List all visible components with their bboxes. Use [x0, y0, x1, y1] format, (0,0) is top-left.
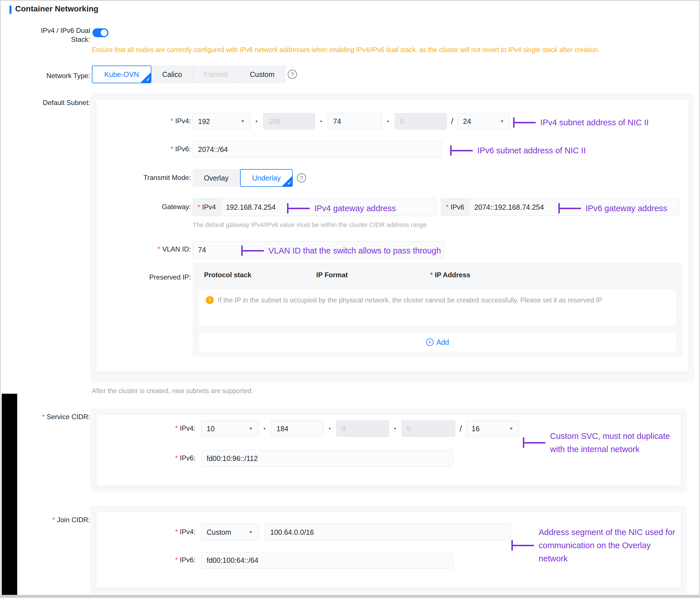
subnet-octet3-input[interactable] — [328, 113, 382, 130]
required-icon: * — [158, 245, 160, 253]
dropdown-icon: ▼ — [241, 119, 245, 123]
required-icon: * — [42, 413, 45, 421]
subnet-ipv6-label: *IPv6: — [96, 145, 191, 153]
preserved-ip-warning-text: If the IP in the subnet is occupied by t… — [218, 294, 664, 321]
dual-stack-warning: Ensure that all nodes are correctly conf… — [92, 46, 696, 54]
join-ipv4-controls: Custom ▼ — [201, 524, 511, 541]
octet-dot: · — [250, 117, 263, 126]
network-type-label: Network Type: — [1, 71, 90, 80]
subnet-prefix-select[interactable]: 24 ▼ — [458, 113, 510, 130]
subnet-prefix-value: 24 — [463, 117, 471, 126]
network-type-tabs: Kube-OVN ✓ Calico Flannel Custom — [92, 66, 286, 83]
service-ipv4-label: *IPv4: — [96, 424, 196, 432]
tab-calico-label: Calico — [162, 70, 182, 79]
join-cidr-annotation: Address segment of the NIC used for comm… — [511, 526, 676, 565]
transmit-mode-tabs: Overlay Underlay ✓ — [193, 169, 293, 187]
service-octet4-input — [401, 420, 455, 437]
check-icon: ✓ — [287, 180, 292, 186]
preserved-ip-add-button[interactable]: + Add — [199, 333, 676, 352]
required-icon: * — [52, 516, 55, 524]
subnet-octet4-input — [395, 113, 447, 130]
service-ipv4-controls: 10 ▼ · · · / 16 ▼ — [201, 420, 519, 437]
tab-custom-label: Custom — [250, 70, 274, 79]
callout-connector-icon — [513, 117, 536, 128]
service-cidr-label: *Service CIDR: — [1, 412, 90, 421]
required-icon: * — [446, 203, 448, 211]
join-ipv4-mode-value: Custom — [207, 528, 231, 537]
tab-calico[interactable]: Calico — [151, 66, 193, 83]
dual-stack-toggle[interactable] — [93, 28, 108, 37]
octet-dot: · — [315, 117, 328, 126]
redacted-region — [2, 394, 17, 596]
preserved-ip-table-header: Protocol stack IP Format *IP Address — [193, 263, 682, 288]
transmit-mode-help-icon[interactable]: ? — [297, 173, 306, 182]
join-cidr-label: *Join CIDR: — [1, 515, 90, 524]
warning-icon: ! — [206, 296, 214, 304]
tab-kube-ovn-label: Kube-OVN — [104, 70, 139, 79]
join-ipv4-input[interactable] — [265, 524, 511, 541]
gateway-ipv4-addon: *IPv4 — [193, 199, 221, 216]
subnet-ipv6-annotation: IPv6 subnet address of NIC II — [450, 144, 586, 157]
tab-underlay[interactable]: Underlay ✓ — [240, 169, 293, 187]
gateway-ipv4-value[interactable]: 192.168.74.254 — [221, 199, 281, 216]
default-subnet-label: Default Subnet: — [1, 98, 90, 107]
service-cidr-card: *IPv4: 10 ▼ · · · / 16 ▼ — [96, 415, 681, 485]
join-cidr-card: *IPv4: Custom ▼ *IPv6: Address segment o… — [96, 512, 681, 588]
tab-custom[interactable]: Custom — [239, 66, 286, 83]
required-icon: * — [175, 556, 178, 564]
network-type-help-icon[interactable]: ? — [288, 70, 297, 79]
service-ipv6-input[interactable] — [201, 450, 453, 467]
container-networking-page: Container Networking IPv4 / IPv6 Dual St… — [0, 0, 700, 598]
gateway-label: Gateway: — [96, 203, 191, 211]
join-ipv4-label: *IPv4: — [96, 528, 196, 536]
gateway-ipv6-value[interactable]: 2074::192.168.74.254 — [469, 199, 549, 216]
service-octet2-input[interactable] — [271, 420, 324, 437]
required-icon: * — [197, 203, 200, 211]
required-icon: * — [430, 271, 433, 279]
subnet-ipv4-label: *IPv4: — [96, 117, 191, 125]
prefix-slash: / — [447, 117, 458, 126]
col-ip-address: *IP Address — [430, 271, 470, 279]
callout-connector-icon — [450, 145, 473, 156]
subnet-octet1-select[interactable]: 192 ▼ — [193, 113, 250, 130]
service-prefix-value: 16 — [472, 425, 480, 433]
service-prefix-select[interactable]: 16 ▼ — [466, 420, 519, 437]
dual-stack-label: IPv4 / IPv6 Dual Stack: — [33, 26, 90, 44]
gateway-ipv6-addon: *IPv6 — [441, 199, 469, 216]
required-icon: * — [175, 454, 178, 462]
subnet-ipv4-annotation: IPv4 subnet address of NIC II — [513, 116, 649, 129]
vlan-input[interactable] — [193, 241, 444, 258]
callout-connector-icon — [511, 540, 534, 550]
preserved-ip-warning-row: ! If the IP in the subnet is occupied by… — [199, 290, 676, 326]
subnet-ipv4-controls: 192 ▼ · · · / 24 ▼ — [193, 113, 510, 130]
tab-kube-ovn[interactable]: Kube-OVN ✓ — [92, 66, 151, 83]
subnet-octet1-value: 192 — [198, 117, 210, 126]
check-icon: ✓ — [146, 76, 150, 83]
tab-overlay[interactable]: Overlay — [193, 169, 240, 187]
section-accent-bar — [9, 5, 11, 14]
preserved-ip-table: Protocol stack IP Format *IP Address ! I… — [193, 263, 682, 357]
octet-dot: · — [382, 117, 395, 126]
gateway-ipv6-group: *IPv6 2074::192.168.74.254 — [441, 198, 679, 216]
service-octet1-select[interactable]: 10 ▼ — [201, 420, 258, 437]
default-subnet-card: *IPv4: 192 ▼ · · · / 24 ▼ — [96, 99, 688, 372]
tab-overlay-label: Overlay — [204, 174, 228, 182]
required-icon: * — [175, 424, 178, 432]
gateway-hint: The default gateway IPv4/IPv6 value must… — [193, 221, 427, 229]
dropdown-icon: ▼ — [248, 427, 253, 431]
join-ipv6-input[interactable] — [201, 552, 453, 569]
col-protocol-stack: Protocol stack — [204, 271, 316, 279]
service-octet3-input — [336, 420, 389, 437]
octet-dot: · — [324, 424, 336, 433]
gateway-ipv4-group: *IPv4 192.168.74.254 — [193, 198, 436, 216]
subnet-ipv6-input[interactable] — [193, 141, 442, 158]
default-subnet-panel: *IPv4: 192 ▼ · · · / 24 ▼ — [90, 93, 695, 383]
prefix-slash: / — [455, 424, 466, 433]
toggle-knob-icon — [101, 29, 107, 36]
preserved-ip-label: Preserved IP: — [96, 273, 191, 281]
octet-dot: · — [389, 424, 401, 433]
service-octet1-value: 10 — [207, 425, 215, 433]
tab-underlay-label: Underlay — [252, 174, 281, 182]
add-icon: + — [426, 339, 433, 346]
join-ipv4-mode-select[interactable]: Custom ▼ — [201, 524, 258, 541]
